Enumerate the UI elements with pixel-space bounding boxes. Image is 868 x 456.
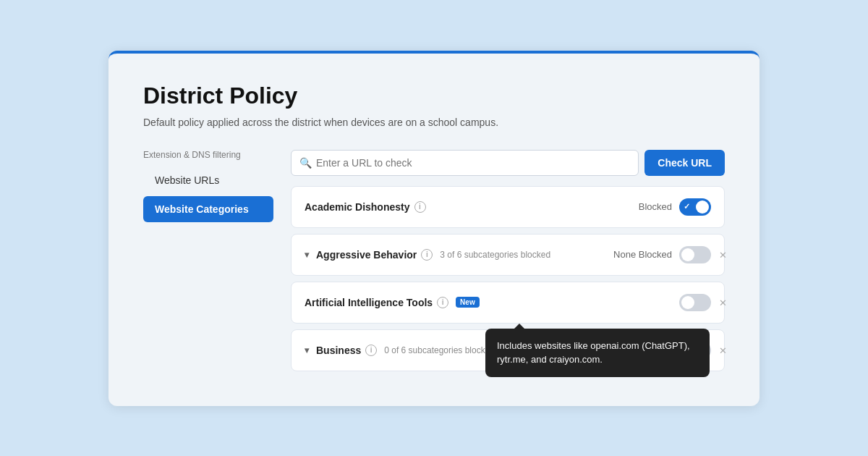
info-icon-academic-dishonesty[interactable]: i [414,201,426,213]
content-area: Extension & DNS filtering Website URLs W… [143,150,725,377]
page-title: District Policy [143,83,725,109]
category-name-business: Business [316,345,361,356]
toggle-knob-business [681,344,694,357]
info-icon-ai[interactable]: i [437,297,448,308]
category-row-aggressive-behavior: ▾ Aggressive Behavior i 3 of 6 subcatego… [291,234,725,276]
main-content: 🔍 Check URL Academic Dishonesty i Blocke… [291,150,725,377]
category-right-academic-dishonesty: Blocked ✓ [639,198,711,216]
toggle-aggressive[interactable] [679,246,711,263]
status-label-business: None Blocked [613,345,672,355]
sidebar-item-website-categories[interactable]: Website Categories [143,196,273,222]
search-icon: 🔍 [299,157,312,169]
category-left-business: ▾ Business i 0 of 6 subcategories blocke… [305,345,495,356]
url-input-wrap: 🔍 [291,150,639,176]
toggle-business[interactable] [679,342,711,359]
category-right-aggressive: None Blocked ✕ [613,246,711,263]
toggle-knob-aggressive [681,248,694,261]
url-bar: 🔍 Check URL [291,150,725,176]
close-icon-aggressive: ✕ [719,249,727,260]
toggle-knob-ai [681,296,694,309]
close-icon-business: ✕ [719,345,727,355]
sidebar: Extension & DNS filtering Website URLs W… [143,150,273,377]
status-label-academic-dishonesty: Blocked [639,201,672,212]
category-row-academic-dishonesty: Academic Dishonesty i Blocked ✓ [291,186,725,228]
category-right-ai: ✕ [679,294,711,311]
sidebar-item-website-urls[interactable]: Website URLs [143,167,273,193]
toggle-check-icon: ✓ [684,202,690,211]
info-icon-business[interactable]: i [365,345,377,356]
toggle-wrap-business: ✕ [679,342,711,359]
chevron-icon-business[interactable]: ▾ [305,345,309,355]
sidebar-section-label: Extension & DNS filtering [143,150,273,160]
category-row-business: ▾ Business i 0 of 6 subcategories blocke… [291,329,725,371]
status-label-aggressive: None Blocked [613,249,672,260]
badge-new-ai: New [456,297,480,308]
subcategory-label-business: 0 of 6 subcategories blocked [384,345,495,355]
category-name-academic-dishonesty: Academic Dishonesty [305,201,410,213]
url-input[interactable] [291,150,639,176]
toggle-wrap-aggressive: ✕ [679,246,711,263]
category-right-business: None Blocked ✕ [613,342,711,359]
subcategory-label-aggressive: 3 of 6 subcategories blocked [440,250,550,260]
info-icon-aggressive[interactable]: i [421,249,433,261]
toggle-academic-dishonesty[interactable]: ✓ [679,198,711,216]
category-left-aggressive: ▾ Aggressive Behavior i 3 of 6 subcatego… [305,249,550,261]
check-url-button[interactable]: Check URL [644,150,725,176]
toggle-wrap-ai: ✕ [679,294,711,311]
category-name-aggressive: Aggressive Behavior [316,249,417,261]
toggle-ai[interactable] [679,294,711,311]
page-subtitle: Default policy applied across the distri… [143,117,725,128]
toggle-wrap-academic-dishonesty: ✓ [679,198,711,216]
close-icon-ai: ✕ [719,297,727,308]
toggle-knob [696,200,709,214]
category-left: Academic Dishonesty i [305,201,426,213]
category-name-ai: Artificial Intelligence Tools [305,297,433,308]
main-card: District Policy Default policy applied a… [109,51,760,406]
category-left-ai: Artificial Intelligence Tools i New [305,297,480,308]
chevron-icon-aggressive[interactable]: ▾ [305,250,309,260]
category-row-ai-tools: Artificial Intelligence Tools i New ✕ In… [291,282,725,324]
